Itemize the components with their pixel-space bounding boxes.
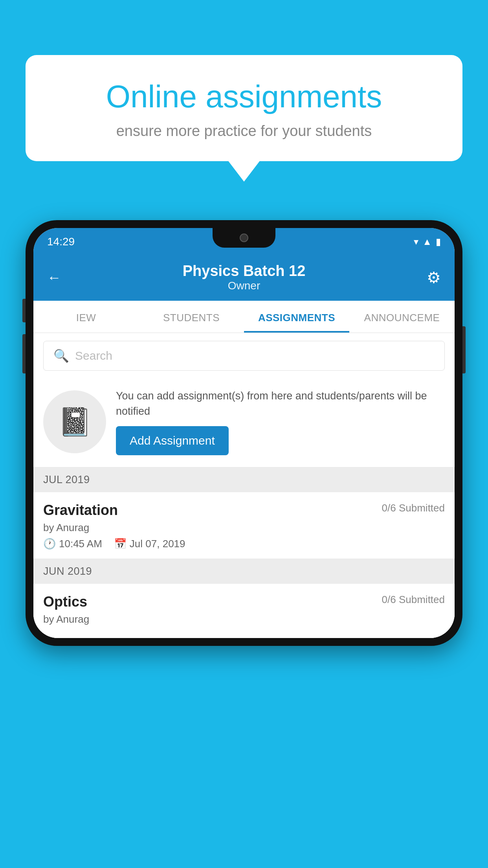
- meta-time-value-gravitation: 10:45 AM: [59, 538, 102, 550]
- assignment-name-gravitation: Gravitation: [43, 502, 118, 519]
- tab-announcements[interactable]: ANNOUNCEME: [349, 301, 455, 333]
- promo-right: You can add assignment(s) from here and …: [116, 388, 445, 455]
- section-header-jul: JUL 2019: [33, 467, 455, 492]
- signal-icon: ▲: [422, 236, 432, 247]
- speech-bubble-subtitle: ensure more practice for your students: [53, 123, 435, 140]
- meta-date-value-gravitation: Jul 07, 2019: [130, 538, 185, 550]
- wifi-icon: ▾: [414, 236, 418, 247]
- section-header-jun-text: JUN 2019: [43, 565, 92, 577]
- clock-icon-gravitation: 🕐: [43, 538, 56, 550]
- add-assignment-promo: 📓 You can add assignment(s) from here an…: [33, 379, 455, 467]
- settings-icon[interactable]: ⚙: [427, 268, 441, 287]
- phone-side-button-2: [22, 334, 26, 373]
- status-bar: 14:29 ▾ ▲ ▮: [33, 228, 455, 256]
- battery-icon: ▮: [436, 236, 441, 247]
- section-header-jun: JUN 2019: [33, 559, 455, 584]
- assignment-top-row-optics: Optics 0/6 Submitted: [43, 594, 445, 610]
- speech-bubble-container: Online assignments ensure more practice …: [26, 55, 462, 161]
- assignment-status-optics: 0/6 Submitted: [382, 594, 445, 606]
- status-time: 14:29: [47, 235, 75, 248]
- tab-assignments[interactable]: ASSIGNMENTS: [244, 301, 349, 333]
- assignment-name-optics: Optics: [43, 594, 87, 610]
- phone-screen: 14:29 ▾ ▲ ▮ ← Physics Batch 12 Owner ⚙ I…: [33, 228, 455, 638]
- assignment-item-gravitation[interactable]: Gravitation 0/6 Submitted by Anurag 🕐 10…: [33, 492, 455, 559]
- meta-date-gravitation: 📅 Jul 07, 2019: [114, 538, 185, 550]
- assignment-item-optics[interactable]: Optics 0/6 Submitted by Anurag: [33, 584, 455, 638]
- search-icon: 🔍: [53, 348, 69, 363]
- notebook-icon: 📓: [58, 406, 92, 438]
- promo-icon-circle: 📓: [43, 390, 106, 453]
- add-assignment-button[interactable]: Add Assignment: [116, 426, 229, 455]
- phone-notch: [213, 228, 275, 248]
- phone-frame: 14:29 ▾ ▲ ▮ ← Physics Batch 12 Owner ⚙ I…: [26, 220, 462, 646]
- camera-dot: [240, 234, 248, 242]
- status-icons: ▾ ▲ ▮: [414, 236, 441, 247]
- section-header-jul-text: JUL 2019: [43, 474, 90, 485]
- calendar-icon-gravitation: 📅: [114, 538, 127, 550]
- tabs-bar: IEW STUDENTS ASSIGNMENTS ANNOUNCEME: [33, 301, 455, 333]
- search-bar[interactable]: 🔍 Search: [43, 341, 445, 371]
- speech-bubble: Online assignments ensure more practice …: [26, 55, 462, 161]
- assignment-top-row: Gravitation 0/6 Submitted: [43, 502, 445, 519]
- app-header: ← Physics Batch 12 Owner ⚙: [33, 256, 455, 301]
- back-button[interactable]: ←: [47, 269, 61, 286]
- batch-title: Physics Batch 12: [183, 263, 306, 280]
- assignment-status-gravitation: 0/6 Submitted: [382, 502, 445, 514]
- promo-text: You can add assignment(s) from here and …: [116, 388, 445, 419]
- meta-time-gravitation: 🕐 10:45 AM: [43, 538, 102, 550]
- tab-students[interactable]: STUDENTS: [139, 301, 244, 333]
- speech-bubble-title: Online assignments: [53, 79, 435, 115]
- assignment-by-gravitation: by Anurag: [43, 522, 445, 534]
- tab-iew[interactable]: IEW: [33, 301, 139, 333]
- batch-subtitle: Owner: [183, 280, 306, 292]
- phone-side-button-1: [22, 299, 26, 322]
- header-center: Physics Batch 12 Owner: [183, 263, 306, 292]
- assignment-meta-gravitation: 🕐 10:45 AM 📅 Jul 07, 2019: [43, 538, 445, 550]
- search-placeholder: Search: [75, 349, 112, 362]
- content-area: 🔍 Search 📓 You can add assignment(s) fro…: [33, 333, 455, 638]
- search-bar-container: 🔍 Search: [33, 333, 455, 379]
- assignment-by-optics: by Anurag: [43, 613, 445, 625]
- phone-side-button-3: [462, 326, 466, 373]
